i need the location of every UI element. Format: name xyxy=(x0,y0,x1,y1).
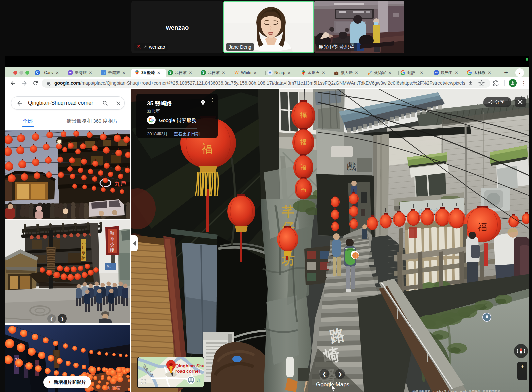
svg-text:福: 福 xyxy=(477,222,487,232)
svg-text:九: 九 xyxy=(196,378,200,383)
svg-text:福: 福 xyxy=(201,142,213,155)
svg-text:福: 福 xyxy=(300,138,307,146)
svg-text:Qingbian-Shuqi: Qingbian-Shuqi xyxy=(175,363,204,368)
svg-text:戲: 戲 xyxy=(347,161,356,172)
svg-text:福: 福 xyxy=(301,186,306,192)
svg-text:福: 福 xyxy=(300,164,306,171)
svg-text:福: 福 xyxy=(299,111,307,119)
svg-text:road corner: road corner xyxy=(175,369,200,374)
svg-text:芊: 芊 xyxy=(282,205,295,219)
